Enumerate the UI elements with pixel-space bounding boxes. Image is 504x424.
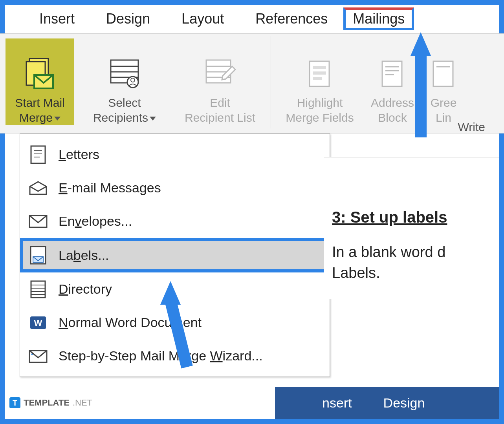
edit-recipient-list-button[interactable]: Edit Recipient List	[175, 38, 265, 125]
menu-item-letters-label: Letters	[59, 147, 99, 162]
directory-icon	[29, 280, 48, 299]
menu-item-wizard[interactable]: Step-by-Step Mail Merge Wizard...	[20, 339, 330, 373]
svg-rect-15	[313, 71, 326, 75]
recipients-icon	[107, 56, 142, 91]
menu-item-email[interactable]: E-mail Messages	[20, 171, 330, 205]
menu-item-wizard-label: Step-by-Step Mail Merge Wizard...	[59, 348, 263, 364]
menu-item-directory-label: Directory	[59, 281, 112, 297]
highlight-merge-fields-button[interactable]: Highlight Merge Fields	[277, 38, 363, 125]
svg-rect-16	[313, 77, 322, 80]
greeting-label: Gree Lin	[427, 95, 460, 125]
edit-list-icon	[202, 56, 238, 91]
svg-rect-21	[433, 61, 453, 86]
address-block-icon	[375, 56, 410, 91]
menu-item-labels-label: Labels...	[59, 248, 109, 263]
dropdown-caret-icon	[54, 117, 60, 121]
select-recipients-label: Select Recipients	[90, 95, 159, 125]
annotation-arrow-mailings-stem	[415, 51, 427, 137]
email-icon	[29, 179, 48, 197]
group-edit-recipients: Edit Recipient List	[169, 36, 271, 128]
svg-rect-23	[31, 146, 45, 163]
labels-icon	[29, 246, 48, 265]
annotation-arrow-labels	[160, 281, 181, 305]
watermark-badge-icon: T	[9, 397, 20, 408]
doc-body-line1: In a blank word d	[332, 242, 491, 263]
svg-text:W: W	[34, 318, 42, 328]
lower-tab-design[interactable]: Design	[383, 395, 425, 411]
lower-tab-insert[interactable]: nsert	[322, 395, 352, 411]
group-label-write: Write	[458, 121, 485, 134]
group-select-recipients: Select Recipients	[80, 36, 169, 128]
start-mail-merge-button[interactable]: Start Mail Merge	[5, 38, 74, 125]
watermark-suffix: .NET	[73, 398, 92, 408]
svg-rect-30	[31, 281, 45, 298]
doc-heading: 3: Set up labels	[332, 208, 491, 226]
wizard-icon	[29, 347, 48, 366]
doc-body-line2: Labels.	[332, 263, 491, 283]
highlight-fields-icon	[302, 56, 337, 91]
watermark: T TEMPLATE.NET	[9, 397, 92, 408]
svg-rect-14	[313, 66, 326, 69]
edit-recipient-list-label: Edit Recipient List	[181, 95, 258, 125]
menu-item-envelopes-label: Envelopes...	[59, 214, 132, 229]
watermark-brand: TEMPLATE	[24, 398, 70, 408]
greeting-icon	[426, 56, 461, 91]
start-mail-merge-label: Start Mail Merge	[12, 95, 68, 125]
highlight-label: Highlight Merge Fields	[282, 95, 357, 125]
envelope-icon	[29, 212, 48, 231]
menu-item-labels[interactable]: Labels...	[20, 238, 330, 272]
mail-merge-icon	[22, 56, 58, 91]
secondary-tabstrip: nsert Design	[275, 387, 499, 419]
menu-item-envelopes[interactable]: Envelopes...	[20, 205, 330, 238]
word-doc-icon: W	[29, 313, 48, 332]
menu-item-email-label: E-mail Messages	[59, 180, 161, 196]
address-block-label: Address Block	[368, 95, 417, 125]
document-area: 3: Set up labels In a blank word d Label…	[324, 157, 499, 299]
letters-icon	[29, 145, 48, 164]
dropdown-caret-icon	[150, 117, 156, 121]
group-write-insert: Highlight Merge Fields Address Block Gre…	[271, 36, 471, 128]
select-recipients-button[interactable]: Select Recipients	[85, 38, 164, 125]
svg-point-8	[131, 78, 135, 82]
group-start-merge: Start Mail Merge	[0, 36, 80, 128]
svg-rect-17	[382, 61, 402, 86]
menu-item-letters[interactable]: Letters	[20, 138, 330, 171]
